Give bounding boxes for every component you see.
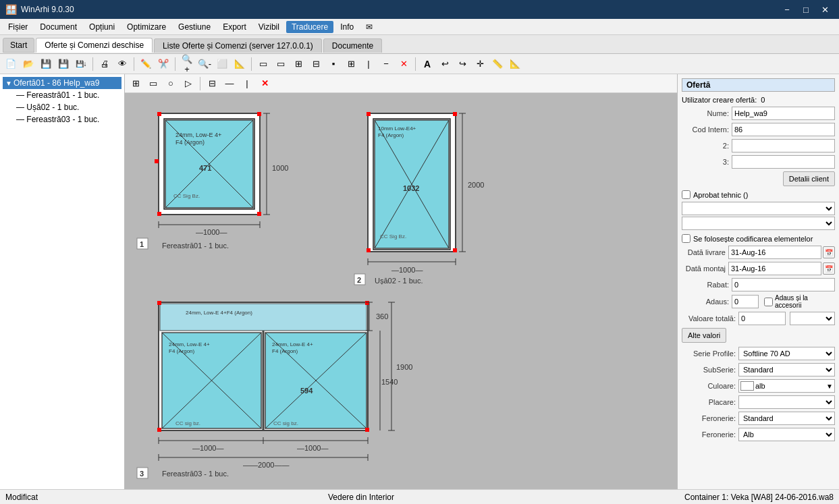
- tb-split-h[interactable]: ⊟: [308, 56, 324, 72]
- feronerie1-label: Feronerie:: [682, 414, 736, 422]
- tb-rect[interactable]: ▭: [255, 56, 271, 72]
- dtb-minus[interactable]: —: [221, 76, 238, 92]
- dtb-rect[interactable]: ▭: [145, 76, 161, 92]
- culoare-dropdown-btn[interactable]: ▼: [825, 383, 834, 390]
- menu-fisier[interactable]: Fișier: [3, 21, 33, 33]
- minimize-button[interactable]: −: [778, 3, 796, 16]
- dropdown1-select[interactable]: [682, 202, 835, 215]
- data-montaj-label: Dată montaj: [682, 264, 726, 273]
- rabat-input[interactable]: [732, 278, 835, 291]
- codificare-checkbox[interactable]: [682, 234, 691, 243]
- alte-valori-btn[interactable]: Alte valori: [682, 328, 726, 343]
- tb-edit1[interactable]: ✏️: [138, 56, 154, 72]
- feronerie2-label: Feronerie:: [682, 430, 736, 439]
- subserie-select[interactable]: Standard: [738, 363, 835, 376]
- menu-export[interactable]: Export: [217, 21, 252, 33]
- tree-usa02[interactable]: — Ușă02 - 1 buc.: [3, 101, 121, 113]
- tb-redo[interactable]: ↪: [454, 56, 470, 72]
- field2-input[interactable]: [732, 139, 835, 152]
- menu-vizibil[interactable]: Vizibil: [253, 21, 285, 33]
- feronerie1-select[interactable]: Standard: [738, 412, 835, 425]
- dtb-arrow[interactable]: ▷: [180, 76, 196, 92]
- tb-save3[interactable]: 💾↓: [73, 56, 89, 72]
- subserie-label: SubSerie:: [682, 366, 736, 374]
- tb-text[interactable]: A: [419, 56, 435, 72]
- tab-oferte[interactable]: Oferte și Comenzi deschise: [36, 38, 153, 53]
- w2-label: Ușă02 - 1 buc.: [375, 277, 423, 285]
- tb-undo[interactable]: ↩: [437, 56, 453, 72]
- dtb-circle[interactable]: ○: [163, 76, 179, 92]
- field3-input[interactable]: [732, 155, 835, 169]
- cod-intern-input[interactable]: [732, 123, 835, 136]
- valoare-totala-row: Valoare totală:: [682, 312, 835, 325]
- adaus-input[interactable]: [732, 295, 759, 308]
- drawing-area[interactable]: 24mm, Low-E 4+ F4 (Argon) CC Sig Bz. 471…: [125, 93, 677, 489]
- tb-open[interactable]: 📂: [20, 56, 36, 72]
- dtb-delete-red[interactable]: ✕: [256, 76, 273, 92]
- tabsbar: Start Oferte și Comenzi deschise Liste O…: [0, 35, 839, 54]
- tb-dash-h[interactable]: −: [378, 56, 394, 72]
- tab-start[interactable]: Start: [3, 38, 34, 53]
- data-montaj-picker[interactable]: 📅: [823, 262, 835, 275]
- culoare-label: Culoare:: [682, 382, 736, 390]
- w1-dim-h-text: 1000: [272, 164, 288, 172]
- data-montaj-row: Dată montaj 📅: [682, 262, 835, 275]
- maximize-button[interactable]: □: [797, 3, 815, 16]
- dropdown2-select[interactable]: [682, 217, 835, 230]
- tb-save2[interactable]: 💾: [55, 56, 72, 72]
- dtb-grid[interactable]: ⊞: [128, 76, 144, 92]
- data-livrare-picker[interactable]: 📅: [823, 246, 835, 258]
- w1-dim-w-text: —1000—: [196, 228, 227, 236]
- aprobat-checkbox[interactable]: [682, 190, 691, 199]
- tb-zoom-fit[interactable]: ⬜: [214, 56, 230, 72]
- tb-delete[interactable]: ✕: [396, 56, 412, 72]
- close-button[interactable]: ✕: [816, 3, 834, 16]
- tb-new[interactable]: 📄: [3, 56, 19, 72]
- tree-fereastra03[interactable]: — Fereastră03 - 1 buc.: [3, 113, 121, 125]
- tab-liste[interactable]: Liste Oferte și Comenzi (server 127.0.0.…: [154, 38, 322, 53]
- tab-documente[interactable]: Documente: [323, 38, 382, 53]
- tb-zoom-in[interactable]: 🔍+: [179, 56, 195, 72]
- tb-split-v[interactable]: ⊞: [290, 56, 306, 72]
- tb-zoom-out[interactable]: 🔍-: [196, 56, 213, 72]
- feronerie2-row: Feronerie: Alb: [682, 428, 835, 441]
- w2-corner-bl: [367, 248, 371, 252]
- menu-document[interactable]: Document: [34, 21, 82, 33]
- tb-measure1[interactable]: 📏: [489, 56, 506, 72]
- tree-fereastra01[interactable]: — Fereastră01 - 1 buc.: [3, 89, 121, 101]
- tb-print[interactable]: 🖨: [97, 56, 113, 72]
- nume-input[interactable]: [732, 107, 835, 120]
- valoare-totala-input[interactable]: [738, 312, 786, 325]
- adaus-accesorii-checkbox[interactable]: [764, 298, 773, 306]
- currency-select[interactable]: [790, 312, 836, 325]
- aprobat-label: Aprobat tehnic (): [693, 191, 748, 199]
- menu-info[interactable]: Info: [335, 21, 359, 33]
- tb-edit2[interactable]: ✂️: [155, 56, 171, 72]
- feronerie2-select[interactable]: Alb: [738, 428, 835, 441]
- w3-dim-bl-text: —1000—: [192, 444, 223, 452]
- data-livrare-input[interactable]: [728, 246, 821, 259]
- detalii-client-btn[interactable]: Detalii client: [783, 171, 835, 186]
- menu-optiuni[interactable]: Opțiuni: [84, 21, 120, 33]
- serie-profile-select[interactable]: Softline 70 AD: [738, 347, 835, 360]
- tb-fill[interactable]: ▪: [325, 56, 342, 72]
- menu-gestiune[interactable]: Gestiune: [173, 21, 216, 33]
- tb-rect2[interactable]: ▭: [273, 56, 289, 72]
- menu-email[interactable]: ✉: [360, 21, 378, 33]
- placare-select[interactable]: [738, 395, 835, 409]
- menu-traducere[interactable]: Traducere: [286, 21, 333, 33]
- tb-move[interactable]: ✛: [472, 56, 488, 72]
- tb-preview[interactable]: 👁: [114, 56, 130, 72]
- tb-dash-v[interactable]: |: [360, 56, 377, 72]
- data-livrare-input-group: 📅: [728, 246, 835, 259]
- dtb-table[interactable]: ⊟: [204, 76, 220, 92]
- data-montaj-input[interactable]: [728, 262, 821, 275]
- tb-split2[interactable]: ⊞: [343, 56, 359, 72]
- tb-save1[interactable]: 💾: [38, 56, 54, 72]
- tb-zoom-screen[interactable]: 📐: [232, 56, 248, 72]
- menu-optimizare[interactable]: Optimizare: [121, 21, 171, 33]
- tb-measure2[interactable]: 📐: [507, 56, 523, 72]
- w3-c-br: [365, 428, 369, 432]
- dtb-pipe[interactable]: |: [239, 76, 255, 92]
- tree-root[interactable]: ▼ Ofertă01 - 86 Help_wa9: [3, 77, 121, 89]
